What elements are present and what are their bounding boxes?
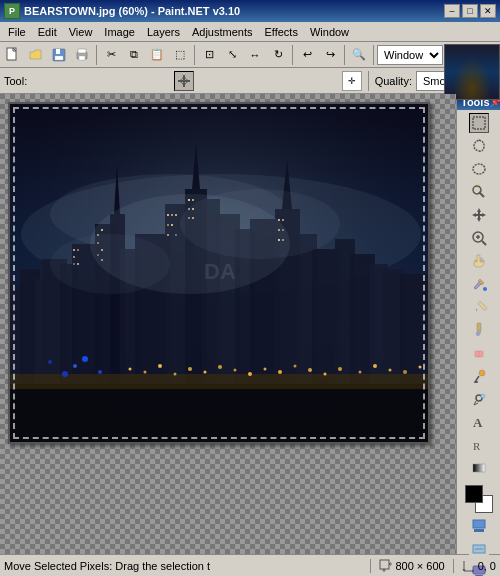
tool-ellipse-select[interactable] xyxy=(469,159,489,179)
svg-rect-117 xyxy=(477,301,486,310)
svg-text:R: R xyxy=(473,440,481,452)
color-swatches[interactable] xyxy=(465,485,493,513)
menu-layers[interactable]: Layers xyxy=(141,24,186,40)
tool-colorpicker[interactable] xyxy=(469,366,489,386)
close-button[interactable]: ✕ xyxy=(480,4,496,18)
tool-brush[interactable] xyxy=(469,320,489,340)
active-tool-indicator xyxy=(174,71,194,91)
status-coordinates: 0, 0 xyxy=(478,560,496,572)
window-title: BEARSTOWN.jpg (60%) - Paint.NET v3.10 xyxy=(24,5,240,17)
tool-zoom[interactable] xyxy=(469,228,489,248)
svg-rect-128 xyxy=(473,464,485,472)
open-button[interactable] xyxy=(25,44,47,66)
svg-point-54 xyxy=(174,373,177,376)
svg-point-50 xyxy=(48,360,52,364)
thumbnail-preview xyxy=(444,44,500,100)
menu-effects[interactable]: Effects xyxy=(259,24,304,40)
toolbar-separator-5 xyxy=(373,45,374,65)
svg-point-70 xyxy=(419,366,422,369)
deselect-button[interactable]: ⬚ xyxy=(169,44,191,66)
svg-marker-118 xyxy=(474,308,478,312)
copy-button[interactable]: ⧉ xyxy=(123,44,145,66)
main-toolbar: ✂ ⧉ 📋 ⬚ ⊡ ⤡ ↔ ↻ ↩ ↪ 🔍 Window ↔ 1:1 xyxy=(0,42,500,68)
svg-point-60 xyxy=(264,368,267,371)
toolbar-separator-1 xyxy=(96,45,97,65)
svg-point-58 xyxy=(234,369,237,372)
tool-paintbucket[interactable] xyxy=(469,274,489,294)
svg-marker-111 xyxy=(472,208,486,222)
print-button[interactable] xyxy=(71,44,93,66)
svg-rect-45 xyxy=(10,374,430,389)
menu-window[interactable]: Window xyxy=(304,24,355,40)
new-button[interactable] xyxy=(2,44,24,66)
svg-point-47 xyxy=(62,371,68,377)
svg-point-108 xyxy=(473,186,481,194)
menu-adjustments[interactable]: Adjustments xyxy=(186,24,259,40)
image-canvas[interactable]: DA xyxy=(8,102,430,444)
svg-point-61 xyxy=(278,370,282,374)
tool-gradient[interactable] xyxy=(469,458,489,478)
status-bar: Move Selected Pixels: Drag the selection… xyxy=(0,554,500,576)
resize-button[interactable]: ⤡ xyxy=(221,44,243,66)
svg-rect-130 xyxy=(474,529,484,532)
svg-rect-129 xyxy=(473,520,485,528)
tool-pan[interactable] xyxy=(469,251,489,271)
minimize-button[interactable]: – xyxy=(444,4,460,18)
svg-point-57 xyxy=(218,365,222,369)
svg-point-122 xyxy=(479,370,485,376)
tool-eraser[interactable] xyxy=(469,343,489,363)
foreground-color-swatch[interactable] xyxy=(465,485,483,503)
status-message: Move Selected Pixels: Drag the selection… xyxy=(4,560,210,572)
tool-extra-2[interactable] xyxy=(469,539,489,559)
svg-point-56 xyxy=(204,371,207,374)
status-bar-right: 800 × 600 0, 0 xyxy=(370,559,496,573)
svg-point-46 xyxy=(82,356,88,362)
redo-button[interactable]: ↪ xyxy=(319,44,341,66)
crop-button[interactable]: ⊡ xyxy=(198,44,220,66)
tool-clone[interactable] xyxy=(469,389,489,409)
svg-point-65 xyxy=(338,367,342,371)
tool-magic-wand[interactable] xyxy=(469,182,489,202)
svg-rect-136 xyxy=(380,560,389,569)
status-size: 800 × 600 xyxy=(395,560,444,572)
svg-line-113 xyxy=(482,241,486,245)
svg-point-103 xyxy=(50,234,170,294)
main-area: DA Tools 📌 xyxy=(0,94,500,554)
thumbnail-image xyxy=(445,45,499,99)
tool-rectangle-select[interactable] xyxy=(469,113,489,133)
menu-edit[interactable]: Edit xyxy=(32,24,63,40)
cut-button[interactable]: ✂ xyxy=(100,44,122,66)
tool-extra-1[interactable] xyxy=(469,516,489,536)
svg-rect-105 xyxy=(473,117,485,129)
tool-shapes[interactable]: R xyxy=(469,435,489,455)
svg-rect-7 xyxy=(78,49,86,53)
svg-point-55 xyxy=(188,367,192,371)
save-button[interactable] xyxy=(48,44,70,66)
tools-grid: A R xyxy=(457,110,500,481)
tool-label: Tool: xyxy=(4,75,27,87)
paste-button[interactable]: 📋 xyxy=(146,44,168,66)
svg-point-125 xyxy=(481,394,485,398)
tool-pencil[interactable] xyxy=(469,297,489,317)
tool-lasso-select[interactable] xyxy=(469,136,489,156)
flip-button[interactable]: ↔ xyxy=(244,44,266,66)
menu-view[interactable]: View xyxy=(63,24,99,40)
menu-image[interactable]: Image xyxy=(98,24,141,40)
svg-point-102 xyxy=(180,189,340,259)
svg-rect-44 xyxy=(10,384,430,444)
canvas-image-display: DA xyxy=(10,104,430,444)
canvas-area[interactable]: DA xyxy=(0,94,456,554)
city-buildings-svg: DA xyxy=(10,104,430,444)
maximize-button[interactable]: □ xyxy=(462,4,478,18)
undo-button[interactable]: ↩ xyxy=(296,44,318,66)
tool-move[interactable] xyxy=(469,205,489,225)
zoom-in-button[interactable]: 🔍 xyxy=(348,44,370,66)
zoom-select[interactable]: Window xyxy=(377,45,443,65)
menu-file[interactable]: File xyxy=(2,24,32,40)
toolbar-separator-2 xyxy=(194,45,195,65)
tool-text[interactable]: A xyxy=(469,412,489,432)
svg-point-64 xyxy=(324,373,327,376)
rotate-button[interactable]: ↻ xyxy=(267,44,289,66)
svg-point-69 xyxy=(403,370,407,374)
status-separator-2 xyxy=(453,559,454,573)
